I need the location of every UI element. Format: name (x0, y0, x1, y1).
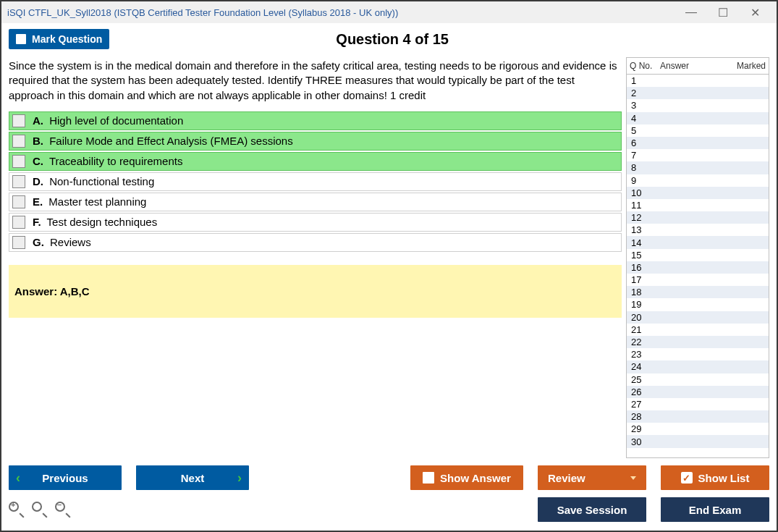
next-label: Next (181, 472, 205, 484)
question-row[interactable]: 1 (627, 75, 769, 87)
question-row[interactable]: 21 (627, 324, 769, 336)
question-list-panel: Q No. Answer Marked 12345678910111213141… (626, 57, 769, 458)
question-row[interactable]: 24 (627, 360, 769, 373)
question-row[interactable]: 10 (627, 187, 769, 199)
question-row[interactable]: 25 (627, 373, 769, 386)
mark-question-label: Mark Question (32, 33, 102, 45)
question-row[interactable]: 9 (627, 174, 769, 187)
question-row[interactable]: 6 (627, 137, 769, 149)
option-checkbox[interactable] (12, 216, 25, 229)
review-label: Review (548, 472, 585, 484)
answer-reveal-box: Answer: A,B,C (9, 265, 622, 318)
dropdown-triangle-icon (630, 476, 636, 480)
option-checkbox[interactable] (12, 195, 25, 208)
save-session-button[interactable]: Save Session (538, 497, 646, 522)
question-row[interactable]: 17 (627, 274, 769, 286)
option-E[interactable]: E. Master test planning (9, 193, 622, 211)
question-row[interactable]: 15 (627, 249, 769, 261)
question-row[interactable]: 7 (627, 149, 769, 161)
header: Mark Question Question 4 of 15 (1, 23, 777, 57)
end-exam-button[interactable]: End Exam (661, 497, 769, 522)
review-dropdown-button[interactable]: Review (538, 465, 646, 490)
option-F[interactable]: F. Test design techniques (9, 213, 622, 232)
show-list-label: Show List (698, 472, 750, 484)
save-session-label: Save Session (557, 504, 627, 516)
zoom-out-icon[interactable]: – (55, 502, 71, 518)
mark-question-button[interactable]: Mark Question (9, 29, 109, 49)
question-row[interactable]: 2 (627, 87, 769, 99)
question-row[interactable]: 30 (627, 435, 769, 447)
option-checkbox[interactable] (12, 135, 25, 148)
footer: ‹ Previous Next › Show Answer Review ✓ S… (1, 458, 777, 531)
chevron-right-icon: › (237, 470, 242, 486)
option-text: B. Failure Mode and Effect Analysis (FME… (33, 135, 293, 147)
option-checkbox[interactable] (12, 114, 25, 127)
question-row[interactable]: 8 (627, 161, 769, 174)
zoom-controls: + – (9, 502, 71, 518)
question-row[interactable]: 5 (627, 124, 769, 137)
maximize-button[interactable]: ☐ (707, 2, 739, 22)
option-checkbox[interactable] (12, 175, 25, 188)
content-area: Since the system is in the medical domai… (1, 57, 777, 458)
question-row[interactable]: 28 (627, 410, 769, 423)
previous-button[interactable]: ‹ Previous (9, 465, 122, 490)
question-row[interactable]: 23 (627, 348, 769, 360)
question-row[interactable]: 29 (627, 423, 769, 435)
question-row[interactable]: 11 (627, 199, 769, 211)
mark-checkbox-icon (16, 34, 26, 44)
question-row[interactable]: 16 (627, 261, 769, 274)
option-checkbox[interactable] (12, 236, 25, 249)
end-exam-label: End Exam (689, 504, 742, 516)
question-row[interactable]: 27 (627, 398, 769, 410)
question-list-header: Q No. Answer Marked (627, 58, 769, 75)
col-answer: Answer (660, 61, 728, 71)
next-button[interactable]: Next › (136, 465, 249, 490)
question-row[interactable]: 3 (627, 99, 769, 111)
question-row[interactable]: 22 (627, 336, 769, 348)
show-list-button[interactable]: ✓ Show List (661, 465, 769, 490)
show-answer-label: Show Answer (440, 472, 511, 484)
option-text: G. Reviews (33, 236, 91, 248)
option-text: E. Master test planning (33, 195, 146, 208)
main-column: Since the system is in the medical domai… (9, 57, 626, 458)
option-text: A. High level of documentation (33, 114, 183, 127)
question-row[interactable]: 26 (627, 386, 769, 398)
option-text: C. Traceability to requirements (33, 155, 182, 167)
zoom-reset-icon[interactable] (32, 502, 48, 518)
question-list-body[interactable]: 1234567891011121314151617181920212223242… (627, 75, 769, 457)
option-G[interactable]: G. Reviews (9, 233, 622, 252)
close-button[interactable]: ✕ (739, 2, 771, 22)
option-checkbox[interactable] (12, 155, 25, 168)
question-row[interactable]: 14 (627, 236, 769, 248)
chevron-left-icon: ‹ (16, 470, 20, 486)
title-bar: iSQI CTFL_UK_Syll2018 (ISTQB Certified T… (1, 1, 777, 23)
question-row[interactable]: 4 (627, 112, 769, 124)
question-counter-title: Question 4 of 15 (109, 31, 769, 48)
zoom-in-icon[interactable]: + (9, 502, 25, 518)
show-answer-checkbox-icon (423, 472, 434, 484)
window-title: iSQI CTFL_UK_Syll2018 (ISTQB Certified T… (7, 7, 398, 18)
option-C[interactable]: C. Traceability to requirements (9, 152, 622, 171)
question-text: Since the system is in the medical domai… (9, 57, 622, 111)
question-row[interactable]: 20 (627, 311, 769, 324)
option-D[interactable]: D. Non-functional testing (9, 172, 622, 191)
question-row[interactable]: 18 (627, 286, 769, 298)
question-row[interactable]: 13 (627, 224, 769, 236)
previous-label: Previous (42, 472, 88, 484)
question-row[interactable]: 19 (627, 298, 769, 311)
show-answer-button[interactable]: Show Answer (410, 465, 523, 490)
option-B[interactable]: B. Failure Mode and Effect Analysis (FME… (9, 132, 622, 151)
option-text: D. Non-functional testing (33, 175, 154, 187)
app-window: iSQI CTFL_UK_Syll2018 (ISTQB Certified T… (0, 0, 778, 532)
show-list-checkbox-icon: ✓ (681, 472, 693, 484)
col-qno: Q No. (630, 61, 660, 71)
question-row[interactable]: 12 (627, 211, 769, 224)
options-list: A. High level of documentationB. Failure… (9, 111, 622, 252)
option-text: F. Test design techniques (33, 216, 157, 228)
option-A[interactable]: A. High level of documentation (9, 111, 622, 130)
col-marked: Marked (728, 61, 766, 71)
minimize-button[interactable]: — (675, 2, 707, 22)
